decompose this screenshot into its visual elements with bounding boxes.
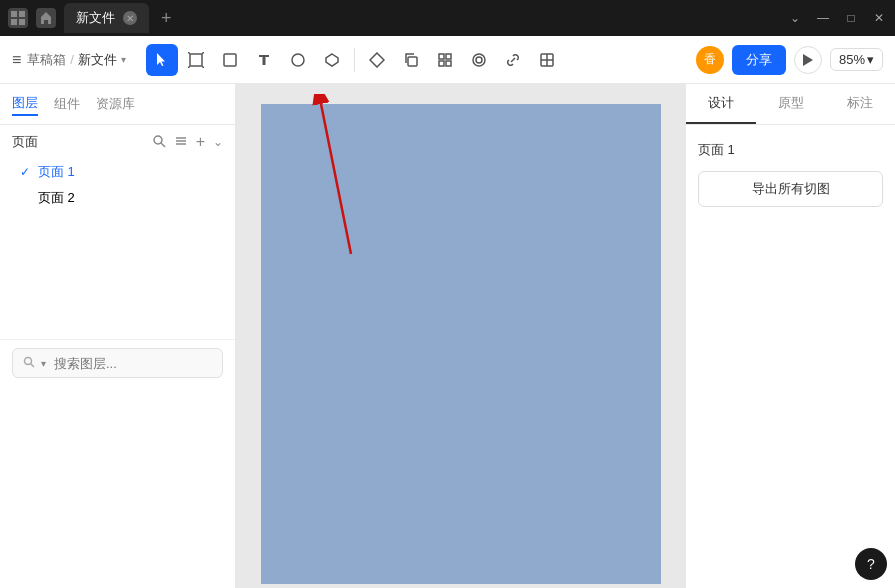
tab-components[interactable]: 组件	[54, 93, 80, 115]
user-avatar[interactable]: 香	[696, 46, 724, 74]
svg-rect-17	[446, 61, 451, 66]
select-tool-button[interactable]	[146, 44, 178, 76]
search-section: ▾	[0, 339, 235, 386]
page-2-label: 页面 2	[38, 189, 75, 207]
copy-tool-button[interactable]	[395, 44, 427, 76]
canvas-page	[261, 104, 661, 584]
new-tab-button[interactable]: +	[161, 8, 172, 29]
svg-line-30	[31, 364, 35, 368]
svg-rect-16	[439, 61, 444, 66]
svg-rect-0	[11, 11, 17, 17]
breadcrumb-separator: /	[70, 52, 74, 67]
page-check-icon: ✓	[20, 165, 34, 179]
home-icon[interactable]	[36, 8, 56, 28]
breadcrumb-parent[interactable]: 草稿箱	[27, 51, 66, 69]
toolbar: ≡ 草稿箱 / 新文件 ▾	[0, 36, 895, 84]
ellipse-tool-button[interactable]	[282, 44, 314, 76]
left-panel: 图层 组件 资源库 页面	[0, 84, 236, 588]
share-button[interactable]: 分享	[732, 45, 786, 75]
toolbar-divider	[354, 48, 355, 72]
breadcrumb: 草稿箱 / 新文件 ▾	[27, 51, 126, 69]
page-1-label: 页面 1	[38, 163, 75, 181]
current-tab[interactable]: 新文件 ✕	[64, 3, 149, 33]
right-panel-tabs: 设计 原型 标注	[686, 84, 895, 125]
watermark: ?	[855, 548, 887, 580]
svg-rect-3	[19, 19, 25, 25]
main-layout: 图层 组件 资源库 页面	[0, 84, 895, 588]
zoom-value: 85%	[839, 52, 865, 67]
svg-line-6	[202, 52, 204, 54]
svg-rect-13	[408, 57, 417, 66]
maximize-button[interactable]: □	[843, 11, 859, 25]
rect-tool-button[interactable]	[214, 44, 246, 76]
zoom-control[interactable]: 85% ▾	[830, 48, 883, 71]
svg-line-5	[188, 52, 190, 54]
svg-line-25	[161, 143, 165, 147]
svg-point-10	[292, 54, 304, 66]
tab-close-button[interactable]: ✕	[123, 11, 137, 25]
svg-point-29	[25, 358, 32, 365]
search-dropdown-icon[interactable]: ▾	[41, 358, 46, 369]
tab-title: 新文件	[76, 9, 115, 27]
panel-tabs: 图层 组件 资源库	[0, 84, 235, 125]
svg-line-7	[188, 66, 190, 68]
tab-assets[interactable]: 资源库	[96, 93, 135, 115]
minimize-button[interactable]: —	[815, 11, 831, 25]
chevron-down-icon[interactable]: ⌄	[787, 11, 803, 25]
search-box[interactable]: ▾	[12, 348, 223, 378]
search-pages-icon[interactable]	[152, 134, 166, 151]
watermark-icon: ?	[855, 548, 887, 580]
right-section-title: 页面 1	[698, 141, 883, 159]
pages-section-header: 页面 +	[12, 133, 223, 151]
red-arrow-indicator	[311, 94, 391, 274]
canvas-area[interactable]	[236, 84, 685, 588]
menu-icon[interactable]: ≡	[12, 51, 21, 69]
tab-prototype[interactable]: 原型	[756, 84, 826, 124]
svg-rect-14	[439, 54, 444, 59]
page-item-2[interactable]: ✓ 页面 2	[12, 185, 223, 211]
diamond-tool-button[interactable]	[361, 44, 393, 76]
preview-play-button[interactable]	[794, 46, 822, 74]
window-controls: ⌄ — □ ✕	[787, 11, 887, 25]
polygon-tool-button[interactable]	[316, 44, 348, 76]
tab-annotation[interactable]: 标注	[825, 84, 895, 124]
pages-section-title: 页面	[12, 133, 38, 151]
dropdown-arrow-icon: ▾	[121, 54, 126, 65]
tab-design[interactable]: 设计	[686, 84, 756, 124]
svg-marker-12	[370, 53, 384, 67]
app-icon	[8, 8, 28, 28]
svg-rect-15	[446, 54, 451, 59]
svg-point-18	[473, 54, 485, 66]
right-panel-content: 页面 1 导出所有切图	[686, 125, 895, 223]
toolbar-tools	[146, 44, 563, 76]
link-tool-button[interactable]	[497, 44, 529, 76]
list-view-icon[interactable]	[174, 134, 188, 151]
tab-layers[interactable]: 图层	[12, 92, 38, 116]
expand-pages-icon[interactable]: ⌄	[213, 135, 223, 149]
svg-line-8	[202, 66, 204, 68]
pages-section-actions: + ⌄	[152, 133, 223, 151]
svg-line-32	[321, 104, 351, 254]
search-input[interactable]	[54, 356, 222, 371]
svg-rect-9	[224, 54, 236, 66]
svg-rect-2	[11, 19, 17, 25]
close-button[interactable]: ✕	[871, 11, 887, 25]
slice-tool-button[interactable]	[531, 44, 563, 76]
zoom-dropdown-icon: ▾	[867, 52, 874, 67]
group-tool-button[interactable]	[429, 44, 461, 76]
svg-rect-1	[19, 11, 25, 17]
export-all-slices-button[interactable]: 导出所有切图	[698, 171, 883, 207]
toolbar-left: ≡ 草稿箱 / 新文件 ▾	[12, 51, 126, 69]
svg-point-19	[476, 57, 482, 63]
frame-tool-button[interactable]	[180, 44, 212, 76]
text-tool-button[interactable]	[248, 44, 280, 76]
breadcrumb-current[interactable]: 新文件 ▾	[78, 51, 126, 69]
mask-tool-button[interactable]	[463, 44, 495, 76]
toolbar-right: 香 分享 85% ▾	[696, 45, 883, 75]
titlebar: 新文件 ✕ + ⌄ — □ ✕	[0, 0, 895, 36]
right-panel: 设计 原型 标注 页面 1 导出所有切图	[685, 84, 895, 588]
search-icon	[23, 354, 35, 372]
svg-marker-23	[803, 54, 813, 66]
add-page-icon[interactable]: +	[196, 133, 205, 151]
page-item-1[interactable]: ✓ 页面 1	[12, 159, 223, 185]
